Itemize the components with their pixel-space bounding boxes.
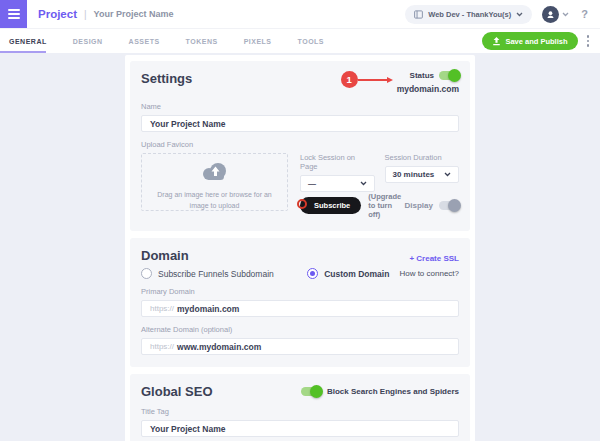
app-header: Project | Your Project Name Web Dev - Th… xyxy=(0,0,600,28)
session-duration-label: Session Duration xyxy=(385,153,460,162)
cloud-upload-icon xyxy=(200,161,230,182)
domain-title: Domain xyxy=(141,248,189,263)
upgrade-hint: (Upgrade to turn off) xyxy=(368,192,404,219)
avatar-icon xyxy=(542,6,559,23)
primary-domain-label: Primary Domain xyxy=(141,287,459,296)
create-ssl-link[interactable]: + Create SSL xyxy=(409,254,459,263)
block-search-engines-label: Block Search Engines and Spiders xyxy=(327,387,459,396)
annotation-badge-1: 1 xyxy=(341,71,358,88)
alternate-domain-label: Alternate Domain (optional) xyxy=(141,325,459,334)
chevron-down-icon xyxy=(562,12,569,17)
save-and-publish-button[interactable]: Save and Publish xyxy=(482,32,577,50)
active-tab-underline xyxy=(0,51,46,53)
help-icon[interactable]: ? xyxy=(581,8,588,20)
lock-session-select[interactable]: — xyxy=(300,175,375,192)
tab-tools[interactable]: TOOLS xyxy=(285,38,337,45)
chevron-down-icon xyxy=(516,12,523,17)
subscribe-button[interactable]: Subscribe xyxy=(300,197,361,214)
status-block: 1 Status mydomain.com xyxy=(341,71,459,94)
upload-favicon-label: Upload Favicon xyxy=(141,140,459,149)
header-project-name: Your Project Name xyxy=(94,9,174,19)
subdomain-radio[interactable] xyxy=(141,268,152,279)
chevron-down-icon xyxy=(360,181,367,186)
header-right: Web Dev - ThankYou(s) ? xyxy=(405,5,600,24)
save-and-publish-label: Save and Publish xyxy=(505,37,567,46)
app-title: Project xyxy=(38,8,77,20)
primary-domain-value: mydomain.com xyxy=(177,304,239,314)
subscribe-ring-icon xyxy=(297,199,307,209)
title-tag-value: Your Project Name xyxy=(150,424,225,434)
title-tag-label: Title Tag xyxy=(141,407,459,416)
tab-design[interactable]: DESIGN xyxy=(60,38,116,45)
name-label: Name xyxy=(141,102,459,111)
workspace-icon xyxy=(414,10,423,19)
settings-card: Settings 1 Status mydomain.com Name Your… xyxy=(130,61,470,231)
settings-title: Settings xyxy=(141,71,192,94)
block-search-engines-toggle[interactable] xyxy=(301,387,321,396)
alternate-domain-value: www.mydomain.com xyxy=(177,342,261,352)
lock-session-label: Lock Session on Page xyxy=(300,153,375,171)
tab-assets[interactable]: ASSETS xyxy=(116,38,173,45)
more-options-icon[interactable] xyxy=(587,35,590,47)
tab-general[interactable]: GENERAL xyxy=(0,38,60,45)
primary-domain-prefix: https:// xyxy=(150,304,174,313)
subscribe-label: Subscribe xyxy=(314,201,350,210)
alternate-domain-prefix: https:// xyxy=(150,342,174,351)
alternate-domain-input[interactable]: https:// www.mydomain.com xyxy=(141,338,459,355)
project-name-value: Your Project Name xyxy=(150,119,225,129)
session-duration-select[interactable]: 30 minutes xyxy=(385,166,460,183)
workspace-selector[interactable]: Web Dev - ThankYou(s) xyxy=(405,5,532,24)
header-divider: | xyxy=(84,9,87,20)
account-menu[interactable] xyxy=(542,6,569,23)
workspace-label: Web Dev - ThankYou(s) xyxy=(428,10,511,19)
global-seo-card: Global SEO Block Search Engines and Spid… xyxy=(130,374,470,441)
status-domain: mydomain.com xyxy=(397,84,459,94)
chevron-down-icon xyxy=(444,172,451,177)
page-content: Settings 1 Status mydomain.com Name Your… xyxy=(0,53,600,441)
tab-bar: GENERAL DESIGN ASSETS TOKENS PIXELS TOOL… xyxy=(0,28,600,53)
display-label: Display xyxy=(405,201,433,210)
upload-icon xyxy=(492,37,501,46)
lock-session-value: — xyxy=(308,179,316,188)
how-to-connect-link[interactable]: How to connect? xyxy=(399,269,459,278)
annotation-arrow xyxy=(358,79,388,81)
title-tag-input[interactable]: Your Project Name xyxy=(141,420,459,437)
global-seo-title: Global SEO xyxy=(141,384,213,399)
settings-panel: Settings 1 Status mydomain.com Name Your… xyxy=(125,55,475,441)
tab-tokens[interactable]: TOKENS xyxy=(173,38,231,45)
display-toggle[interactable] xyxy=(439,201,459,210)
session-duration-value: 30 minutes xyxy=(393,170,435,179)
custom-domain-radio-label: Custom Domain xyxy=(324,269,389,279)
tab-pixels[interactable]: PIXELS xyxy=(231,38,285,45)
project-name-input[interactable]: Your Project Name xyxy=(141,115,459,132)
status-label: Status xyxy=(410,71,434,80)
favicon-dropzone[interactable]: Drag an image here or browse for an imag… xyxy=(141,153,288,211)
status-toggle[interactable] xyxy=(439,71,459,80)
primary-domain-input[interactable]: https:// mydomain.com xyxy=(141,300,459,317)
domain-card: Domain + Create SSL Subscribe Funnels Su… xyxy=(130,238,470,367)
subdomain-radio-label: Subscribe Funnels Subdomain xyxy=(158,269,274,279)
custom-domain-radio[interactable] xyxy=(307,268,318,279)
hamburger-menu-icon[interactable] xyxy=(0,0,27,28)
favicon-hint: Drag an image here or browse for an imag… xyxy=(142,190,287,211)
